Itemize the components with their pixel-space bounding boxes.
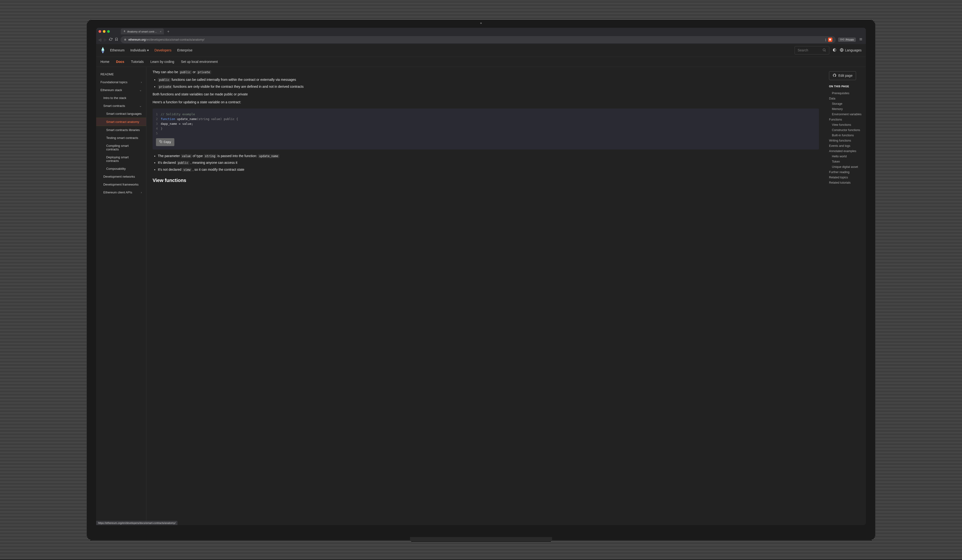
lock-icon (124, 38, 126, 41)
chevron-down-icon: ⌄ (139, 88, 142, 92)
toc-item[interactable]: Memory (829, 107, 862, 112)
language-selector[interactable]: Languages (840, 48, 862, 53)
theme-toggle-button[interactable] (833, 48, 836, 53)
toc-item[interactable]: Further reading (829, 169, 862, 175)
toc-item[interactable]: Hello world (829, 154, 862, 159)
browser-tab[interactable]: Anatomy of smart contracts | et × (121, 29, 164, 34)
sidebar-item[interactable]: Deploying smart contracts (96, 153, 146, 165)
sidebar-item[interactable]: README (96, 70, 146, 78)
sidebar-item[interactable]: Ethereum stack⌄ (96, 86, 146, 94)
header-right: Languages (794, 46, 862, 55)
toc-item[interactable]: Built-in functions (829, 133, 862, 138)
update-text: Here's a function for updating a state v… (153, 100, 819, 105)
toc-item[interactable]: Data (829, 96, 862, 101)
sidebar-item[interactable]: Smart contracts libraries (96, 126, 146, 134)
browser-menu-button[interactable] (858, 37, 864, 42)
visibility-list: public functions can be called internall… (158, 77, 819, 89)
toc-item[interactable]: Token (829, 159, 862, 164)
toc-item[interactable]: Annotated examples (829, 148, 862, 154)
ethereum-logo-icon[interactable] (100, 47, 105, 53)
sidebar-item[interactable]: Development networks (96, 173, 146, 181)
back-button[interactable]: ◁ (98, 38, 101, 42)
toc-item[interactable]: Constructor functions (829, 127, 862, 133)
toc-item[interactable]: Related tutorials (829, 180, 862, 185)
list-item: It's not declared view , so it can modif… (158, 167, 819, 172)
toc-item[interactable]: Related topics (829, 175, 862, 180)
laptop-base (410, 537, 552, 542)
code-block: 1// Solidity example 2function update_na… (153, 108, 819, 149)
svg-point-5 (823, 49, 825, 51)
laptop-frame: Anatomy of smart contracts | et × + ◁ ▷ (87, 19, 875, 541)
reload-button[interactable] (109, 37, 112, 42)
sidebar-item[interactable]: Development frameworks (96, 181, 146, 189)
window-maximize-button[interactable] (107, 30, 110, 33)
toc-item[interactable]: Functions (829, 117, 862, 122)
nav-ethereum[interactable]: Ethereum (110, 48, 124, 52)
sidebar-item[interactable]: Composability (96, 165, 146, 173)
sidebar-item[interactable]: Testing smart contracts (96, 134, 146, 142)
sidebar-item[interactable]: Smart contract languages (96, 110, 146, 118)
toc-item[interactable]: Prerequisites (829, 90, 862, 96)
bookmark-button[interactable] (115, 37, 118, 42)
new-tab-button[interactable]: + (165, 29, 171, 34)
window-close-button[interactable] (98, 30, 101, 33)
sidebar-left: READMEFoundational topics›Ethereum stack… (96, 67, 146, 525)
url-bar-row: ◁ ▷ ethereum.org/en/developers/docs/smar… (96, 36, 866, 44)
sidebar-item[interactable]: Compiling smart contracts (96, 142, 146, 153)
search-box[interactable] (794, 46, 829, 55)
list-item: The parameter value of type string is pa… (158, 153, 819, 158)
site-nav: Ethereum Individuals ▾ Developers Enterp… (110, 48, 192, 52)
status-bar: https://ethereum.org/en/developers/docs/… (96, 521, 178, 525)
chevron-down-icon: ▾ (147, 48, 149, 52)
url-input[interactable]: ethereum.org/en/developers/docs/smart-co… (121, 36, 836, 43)
sidebar-item-label: Smart contracts libraries (106, 128, 140, 132)
edit-page-button[interactable]: Edit page (829, 71, 856, 80)
subnav: Home Docs Tutorials Learn by coding Set … (96, 57, 866, 67)
sidebar-item-label: Ethereum stack (100, 88, 122, 92)
main-content: They can also be public or private publi… (146, 67, 825, 525)
tab-close-icon[interactable]: × (160, 30, 161, 33)
sidebar-item-label: Intro to the stack (103, 96, 126, 100)
tab-title: Anatomy of smart contracts | et (127, 30, 158, 33)
section-heading-view-functions: View functions (153, 176, 819, 184)
subnav-docs[interactable]: Docs (116, 60, 124, 64)
toc-item[interactable]: Writing functions (829, 138, 862, 143)
window-minimize-button[interactable] (103, 30, 105, 33)
toc-item[interactable]: Environment variables (829, 112, 862, 117)
sidebar-item[interactable]: Ethereum client APIs› (96, 189, 146, 196)
url-text: ethereum.org/en/developers/docs/smart-co… (128, 38, 205, 41)
code-public: public (179, 70, 192, 74)
toc-item[interactable]: View functions (829, 122, 862, 127)
toc-heading: ON THIS PAGE (829, 85, 862, 88)
forward-button[interactable]: ▷ (104, 38, 107, 42)
url-divider: | (825, 38, 826, 41)
toc-item[interactable]: Unique digital asset (829, 164, 862, 169)
code-private: private (197, 70, 211, 74)
toc-item[interactable]: Events and logs (829, 143, 862, 148)
sidebar-item[interactable]: Smart contracts⌄ (96, 102, 146, 110)
language-label: Languages (845, 48, 862, 52)
tab-bar: Anatomy of smart contracts | et × + (96, 28, 866, 36)
sidebar-item[interactable]: Foundational topics› (96, 78, 146, 86)
subnav-setup[interactable]: Set up local environment (181, 60, 218, 64)
subnav-learn[interactable]: Learn by coding (150, 60, 174, 64)
copy-button[interactable]: Copy (156, 138, 174, 146)
shield-icon[interactable] (828, 37, 832, 42)
list-item: public functions can be called internall… (158, 77, 819, 82)
copy-icon (159, 140, 162, 145)
search-input[interactable] (798, 48, 820, 52)
sidebar-item[interactable]: Smart contract anatomy (96, 118, 146, 126)
nav-enterprise[interactable]: Enterprise (177, 48, 192, 52)
nav-developers[interactable]: Developers (155, 48, 171, 52)
sidebar-right: Edit page ON THIS PAGE PrerequisitesData… (825, 67, 866, 525)
sidebar-item[interactable]: Intro to the stack (96, 94, 146, 102)
svg-line-6 (825, 51, 825, 52)
toc-item[interactable]: Storage (829, 101, 862, 107)
nav-individuals[interactable]: Individuals ▾ (130, 48, 149, 52)
subnav-tutorials[interactable]: Tutorials (131, 60, 144, 64)
sidebar-item-label: README (100, 73, 114, 76)
browser-chrome: Anatomy of smart contracts | et × + ◁ ▷ (96, 28, 866, 44)
globe-icon (840, 48, 844, 53)
subnav-home[interactable]: Home (100, 60, 109, 64)
sidebar-item-label: Smart contract languages (106, 112, 142, 116)
